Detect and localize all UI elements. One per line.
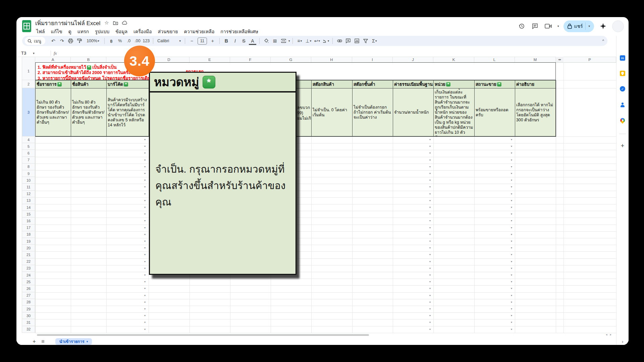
keep-icon[interactable] — [619, 70, 626, 77]
name-box[interactable]: T3 ▾ — [16, 51, 48, 56]
row-header-15[interactable]: 15 — [22, 211, 35, 218]
zoom-select[interactable]: 100%▾ — [84, 37, 102, 45]
more-formats-icon[interactable]: 123 — [142, 37, 150, 45]
bold-icon[interactable]: B — [222, 37, 230, 45]
cell-dropdown-icon-J6[interactable]: ▾ — [429, 152, 431, 155]
align-icon[interactable]: ≡▾ — [296, 37, 304, 45]
toolbar-collapse-icon[interactable]: ^ — [602, 36, 604, 46]
cell-dropdown-icon-J12[interactable]: ▾ — [429, 193, 431, 195]
cell-dropdown-icon-J24[interactable]: ▾ — [429, 274, 431, 277]
cell-dropdown-icon-C15[interactable]: ▾ — [144, 213, 146, 216]
cell-dropdown-icon-J10[interactable]: ▾ — [429, 179, 431, 182]
row-header-13[interactable]: 13 — [22, 197, 35, 204]
row-header-10[interactable]: 10 — [22, 177, 35, 184]
cell-dropdown-icon-C9[interactable]: ▾ — [144, 172, 146, 175]
cell-dropdown-icon-L27[interactable]: ▾ — [511, 294, 512, 297]
merge-caret-icon[interactable]: ▾ — [288, 39, 290, 43]
comments-icon[interactable] — [531, 22, 539, 31]
description-cell-J[interactable]: จำนวน/ตามน้ำหนัก — [393, 88, 434, 137]
functions-icon[interactable]: Σ▾ — [370, 37, 378, 45]
cell-dropdown-icon-J8[interactable]: ▾ — [429, 166, 431, 168]
doc-title[interactable]: เพิ่มรายการผ่านไฟล์ Excel — [35, 18, 100, 27]
row-header-19[interactable]: 19 — [22, 238, 35, 245]
cell-dropdown-icon-L6[interactable]: ▾ — [511, 152, 512, 155]
text-wrap-icon[interactable]: ↩▾ — [313, 37, 321, 45]
menu-item-4[interactable]: รูปแบบ — [93, 27, 112, 36]
cell-dropdown-icon-L29[interactable]: ▾ — [511, 308, 512, 310]
cell-dropdown-icon-C8[interactable]: ▾ — [144, 166, 146, 168]
sheets-logo-icon[interactable] — [22, 20, 31, 32]
column-header-E[interactable]: E — [190, 57, 230, 63]
cell-dropdown-icon-J21[interactable]: ▾ — [429, 253, 431, 256]
cell-dropdown-icon-L22[interactable]: ▾ — [511, 260, 512, 263]
cell-dropdown-icon-L13[interactable]: ▾ — [511, 199, 512, 202]
column-header-B[interactable]: B — [71, 57, 106, 63]
cell-dropdown-icon-L12[interactable]: ▾ — [511, 193, 512, 195]
cell-dropdown-icon-J31[interactable]: ▾ — [429, 321, 431, 324]
menu-item-2[interactable]: ดู — [66, 27, 74, 36]
toolbar-search[interactable]: เมนู — [25, 37, 45, 45]
description-cell-H[interactable]: ไม่จำเป็น. 0 โดยค่าเริ่มต้น — [311, 88, 353, 137]
cell-dropdown-icon-L8[interactable]: ▾ — [511, 166, 512, 168]
print-icon[interactable] — [67, 37, 75, 45]
header-cell-J[interactable]: ค่าธรรมเนียมพื้นฐาน* — [393, 80, 434, 88]
cell-dropdown-icon-J5[interactable]: ▾ — [429, 145, 431, 148]
menu-item-7[interactable]: ส่วนขยาย — [156, 27, 180, 36]
format-percent-icon[interactable]: % — [116, 37, 124, 45]
column-header-K[interactable]: K — [433, 57, 474, 63]
cell-dropdown-icon-J11[interactable]: ▾ — [429, 186, 431, 188]
row-header-20[interactable]: 20 — [22, 245, 35, 251]
description-cell-B[interactable]: ไม่เกิน 80 ตัวอักษร รองรับตัวอักษรจีน/ตั… — [71, 88, 107, 137]
hidden-columns-marker[interactable]: ◂▸ — [556, 57, 564, 63]
cell-dropdown-icon-L18[interactable]: ▾ — [511, 233, 512, 236]
row-header-11[interactable]: 11 — [22, 184, 35, 190]
row-header-31[interactable]: 31 — [22, 319, 35, 326]
calendar-icon[interactable]: 31 — [619, 55, 626, 61]
star-icon[interactable]: ☆ — [104, 20, 109, 26]
gemini-sparkle-icon[interactable] — [599, 22, 607, 31]
decrease-decimals-icon[interactable]: .0 — [125, 37, 133, 45]
header-cell-L[interactable]: สถานะขาย* — [474, 80, 515, 88]
meet-caret-icon[interactable]: ▾ — [557, 24, 559, 28]
cell-dropdown-icon-C28[interactable]: ▾ — [144, 301, 146, 304]
column-header-A[interactable]: A — [35, 57, 71, 63]
filter-icon[interactable] — [362, 37, 370, 45]
column-header-P[interactable]: P — [564, 57, 616, 63]
borders-icon[interactable]: ⊞ — [271, 37, 279, 45]
cell-dropdown-icon-J19[interactable]: ▾ — [429, 240, 431, 243]
cell-dropdown-icon-C5[interactable]: ▾ — [144, 145, 146, 148]
redo-icon[interactable]: ↷ — [58, 37, 66, 45]
italic-icon[interactable]: I — [231, 37, 239, 45]
vertical-align-icon[interactable]: ⊥▾ — [304, 37, 312, 45]
cell-dropdown-icon-J29[interactable]: ▾ — [429, 308, 431, 310]
row-header-2[interactable]: 2 — [22, 80, 35, 88]
move-folder-icon[interactable] — [113, 21, 118, 25]
cell-dropdown-icon-C10[interactable]: ▾ — [144, 179, 146, 182]
cell-dropdown-icon-L9[interactable]: ▾ — [511, 172, 512, 175]
format-currency-icon[interactable]: ฿ — [107, 37, 115, 45]
cell-dropdown-icon-L28[interactable]: ▾ — [511, 301, 512, 304]
cell-dropdown-icon-J26[interactable]: ▾ — [429, 287, 431, 290]
column-header-J[interactable]: J — [393, 57, 433, 63]
cell-dropdown-icon-J14[interactable]: ▾ — [429, 206, 431, 209]
font-select[interactable]: Calibri▾ — [156, 37, 182, 45]
row-header-21[interactable]: 21 — [22, 251, 35, 258]
version-history-icon[interactable] — [517, 22, 526, 31]
cell-dropdown-icon-J4[interactable]: ▾ — [429, 138, 431, 141]
menu-item-1[interactable]: แก้ไข — [49, 27, 65, 36]
horizontal-scrollbar[interactable] — [37, 334, 369, 336]
add-comment-icon[interactable] — [344, 37, 352, 45]
cell-dropdown-icon-C4[interactable]: ▾ — [144, 138, 146, 141]
cell-dropdown-icon-J30[interactable]: ▾ — [429, 314, 431, 317]
cell-dropdown-icon-L21[interactable]: ▾ — [511, 253, 512, 256]
all-sheets-button[interactable]: ≡ — [39, 338, 47, 345]
row-header-4[interactable]: 4 — [22, 136, 35, 143]
cell-dropdown-icon-C31[interactable]: ▾ — [144, 321, 146, 324]
tasks-icon[interactable]: ✓ — [619, 85, 626, 92]
column-header-I[interactable]: I — [352, 57, 393, 63]
fill-color-icon[interactable] — [262, 37, 270, 45]
row-header-14[interactable]: 14 — [22, 204, 35, 211]
row-header-16[interactable]: 16 — [22, 218, 35, 224]
column-header-H[interactable]: H — [311, 57, 352, 63]
description-cell-L[interactable]: พร้อมขายหรือถอดครับ — [474, 88, 515, 137]
